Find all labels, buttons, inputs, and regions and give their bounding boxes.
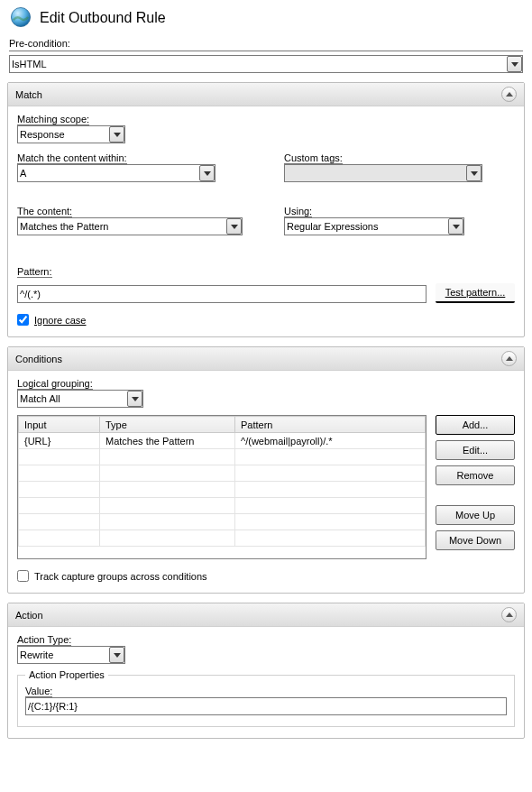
collapse-button[interactable] <box>501 351 517 366</box>
cell-pattern: ^/(webmail|payroll)/.* <box>235 433 426 449</box>
move-down-button[interactable]: Move Down <box>436 530 515 550</box>
match-section: Match Matching scope: Match the content … <box>7 82 525 337</box>
add-button[interactable]: Add... <box>436 415 515 435</box>
table-row[interactable]: {URL} Matches the Pattern ^/(webmail|pay… <box>19 433 426 449</box>
cell-type: Matches the Pattern <box>100 433 235 449</box>
collapse-button[interactable] <box>501 607 517 622</box>
collapse-button[interactable] <box>501 87 517 102</box>
content-within-select[interactable] <box>17 164 216 182</box>
cell-input: {URL} <box>19 433 100 449</box>
value-input[interactable] <box>25 697 507 715</box>
edit-button[interactable]: Edit... <box>436 440 515 460</box>
scope-select[interactable] <box>17 125 125 143</box>
globe-icon <box>9 5 32 31</box>
scope-label: Matching scope: <box>17 114 89 125</box>
the-content-label: The content: <box>17 206 72 216</box>
action-properties-legend: Action Properties <box>25 669 108 680</box>
logical-grouping-select[interactable] <box>17 390 143 408</box>
the-content-select[interactable] <box>17 217 243 235</box>
value-label: Value: <box>25 686 52 696</box>
precondition-label: Pre-condition: <box>9 38 523 49</box>
move-up-button[interactable]: Move Up <box>436 505 515 525</box>
col-input[interactable]: Input <box>19 417 100 433</box>
action-type-select[interactable] <box>17 646 125 664</box>
precondition-select[interactable] <box>9 55 523 73</box>
pattern-input[interactable] <box>17 285 427 303</box>
page-title: Edit Outbound Rule <box>40 10 166 26</box>
custom-tags-label: Custom tags: <box>284 152 343 163</box>
ignore-case-checkbox[interactable] <box>17 314 29 326</box>
track-capture-label: Track capture groups across conditions <box>34 571 207 582</box>
conditions-header: Conditions <box>15 354 62 364</box>
remove-button[interactable]: Remove <box>436 465 515 485</box>
using-label: Using: <box>284 206 312 216</box>
pattern-label: Pattern: <box>17 266 52 277</box>
using-select[interactable] <box>284 217 464 235</box>
ignore-case-label: Ignore case <box>34 315 86 326</box>
content-within-label: Match the content within: <box>17 152 127 163</box>
test-pattern-button[interactable]: Test pattern... <box>436 283 515 303</box>
conditions-section: Conditions Logical grouping: Input Type … <box>7 346 525 594</box>
action-type-label: Action Type: <box>17 634 71 645</box>
col-pattern[interactable]: Pattern <box>235 417 426 433</box>
conditions-table[interactable]: Input Type Pattern {URL} Matches the Pat… <box>18 416 426 547</box>
action-properties-fieldset: Action Properties Value: <box>17 669 515 727</box>
col-type[interactable]: Type <box>100 417 235 433</box>
track-capture-checkbox[interactable] <box>17 570 29 582</box>
action-header: Action <box>15 610 43 621</box>
custom-tags-select <box>284 164 482 182</box>
action-section: Action Action Type: Action Properties Va… <box>7 603 525 739</box>
logical-grouping-label: Logical grouping: <box>17 378 93 389</box>
match-header: Match <box>15 89 42 100</box>
